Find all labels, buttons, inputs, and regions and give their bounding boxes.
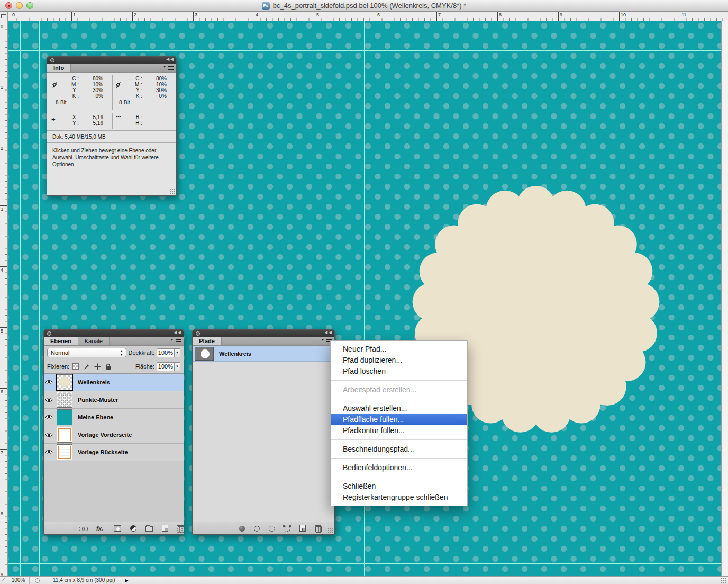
- zoom-level-field[interactable]: 100%: [7, 577, 30, 584]
- blend-mode-select[interactable]: Normal ▲▼: [47, 348, 126, 357]
- ruler-tick: 6: [376, 12, 376, 21]
- layer-row-wellenkreis[interactable]: Wellenkreis: [44, 374, 184, 391]
- stroke-path-icon[interactable]: [254, 526, 260, 532]
- guide-vertical-right-inner[interactable]: [689, 21, 689, 576]
- layer-row-vorlage-rueckseite[interactable]: Vorlage Rückseite: [44, 444, 184, 461]
- panel-resize-grip[interactable]: [177, 527, 183, 533]
- fill-path-icon[interactable]: [239, 526, 245, 532]
- menu-item-bedienfeldoptionen[interactable]: Bedienfeldoptionen...: [331, 462, 467, 473]
- guide-vertical-left-inner[interactable]: [39, 21, 40, 576]
- layer-row-meine-ebene[interactable]: Meine Ebene: [44, 409, 184, 426]
- guide-horizontal-bottom-outer[interactable]: [8, 563, 721, 564]
- close-window-button[interactable]: [5, 2, 12, 9]
- menu-item-beschneidungspfad[interactable]: Beschneidungspfad...: [331, 444, 467, 455]
- load-path-as-selection-icon[interactable]: [269, 526, 275, 532]
- chevron-down-icon[interactable]: ▼: [174, 349, 180, 357]
- panel-resize-grip[interactable]: [169, 188, 175, 194]
- tab-pfade[interactable]: Pfade: [193, 337, 222, 345]
- collapse-panel-icon[interactable]: ◄◄: [172, 329, 181, 335]
- ruler-tick: 4: [0, 266, 7, 267]
- paths-panel-header[interactable]: ◄◄: [193, 330, 334, 337]
- fill-field[interactable]: 100% ▼: [157, 362, 180, 371]
- add-layer-mask-icon[interactable]: [114, 525, 121, 532]
- link-layers-icon[interactable]: [79, 525, 87, 532]
- layers-empty-area[interactable]: [44, 461, 184, 523]
- layer-thumbnail[interactable]: [57, 427, 72, 443]
- chevron-down-icon[interactable]: ▼: [174, 363, 180, 371]
- left-ruler[interactable]: 0123456789: [0, 21, 8, 576]
- window-resize-grip[interactable]: [721, 577, 727, 583]
- layer-thumbnail[interactable]: [57, 392, 72, 408]
- guide-horizontal-top-inner[interactable]: [8, 50, 721, 51]
- status-icon-box[interactable]: [30, 577, 46, 584]
- layer-style-fx-icon[interactable]: fx.: [96, 525, 105, 532]
- new-path-icon[interactable]: [299, 525, 306, 532]
- panel-menu-icon[interactable]: [172, 339, 181, 344]
- lock-pixels-brush-icon[interactable]: [83, 363, 90, 370]
- layer-thumbnail[interactable]: [57, 409, 72, 425]
- guide-horizontal-top-outer[interactable]: [8, 31, 721, 31]
- guide-vertical-left-outer[interactable]: [20, 21, 21, 576]
- ruler-tick: 7: [436, 12, 437, 21]
- eyedropper-icon: [51, 82, 58, 89]
- tab-info[interactable]: Info: [47, 64, 71, 72]
- menu-item-pfadkontur-fuellen[interactable]: Pfadkontur füllen...: [331, 425, 467, 436]
- layer-row-punkte-muster[interactable]: Punkte-Muster: [44, 391, 184, 409]
- guide-vertical-right-outer[interactable]: [708, 21, 708, 576]
- ruler-tick: 7: [0, 449, 7, 450]
- zoom-window-button[interactable]: [26, 2, 33, 9]
- visibility-toggle[interactable]: [44, 391, 54, 408]
- opacity-field[interactable]: 100% ▼: [157, 348, 180, 357]
- layers-panel-header[interactable]: ◄◄: [44, 330, 184, 337]
- collapse-panel-icon[interactable]: ◄◄: [165, 56, 174, 62]
- tab-ebenen[interactable]: Ebenen: [44, 337, 78, 345]
- lock-transparency-icon[interactable]: [72, 363, 79, 370]
- new-group-icon[interactable]: [145, 526, 153, 532]
- visibility-toggle[interactable]: [44, 374, 54, 391]
- delete-path-icon[interactable]: [315, 525, 321, 532]
- menu-item-pfad-loeschen[interactable]: Pfad löschen: [331, 366, 467, 377]
- status-options-arrow[interactable]: ▶: [123, 577, 131, 584]
- menu-item-registerkartengruppe-schliessen[interactable]: Registerkartengruppe schließen: [331, 492, 467, 503]
- make-work-path-icon[interactable]: [284, 526, 290, 532]
- ruler-tick: 0: [0, 23, 7, 23]
- panel-close-icon[interactable]: [47, 331, 51, 336]
- collapse-panel-icon[interactable]: ◄◄: [323, 329, 332, 335]
- paths-panel: ◄◄ Pfade Wellenkreis: [192, 329, 335, 535]
- guide-vertical-shape-center[interactable]: [536, 21, 536, 576]
- layer-row-vorlage-vorderseite[interactable]: Vorlage Vorderseite: [44, 426, 184, 444]
- panel-resize-grip[interactable]: [327, 527, 333, 533]
- lock-all-icon[interactable]: [105, 363, 111, 370]
- menu-item-pfad-duplizieren[interactable]: Pfad duplizieren...: [331, 355, 467, 366]
- menu-item-pfadflaeche-fuellen[interactable]: Pfadfläche füllen...: [331, 414, 467, 425]
- visibility-toggle[interactable]: [44, 426, 54, 443]
- paths-tab-row: Pfade: [193, 337, 334, 346]
- ruler-origin-box[interactable]: [0, 12, 8, 21]
- menu-item-neuer-pfad[interactable]: Neuer Pfad...: [331, 344, 467, 355]
- eye-icon: [45, 432, 53, 437]
- menu-item-schliessen[interactable]: Schließen: [331, 481, 467, 492]
- paths-panel-footer: [193, 522, 334, 534]
- adjustment-layer-icon[interactable]: [130, 525, 136, 532]
- window-titlebar[interactable]: Ps bc_4s_portrait_sidefold.psd bei 100% …: [0, 0, 728, 12]
- ruler-tick: 1: [0, 84, 7, 84]
- panel-menu-icon[interactable]: [165, 66, 174, 71]
- info-panel-header[interactable]: ◄◄: [47, 57, 176, 64]
- minimize-window-button[interactable]: [16, 2, 23, 9]
- path-thumbnail[interactable]: [195, 347, 214, 361]
- panel-close-icon[interactable]: [196, 331, 200, 336]
- visibility-toggle[interactable]: [44, 444, 54, 461]
- new-layer-icon[interactable]: [162, 525, 168, 532]
- menu-item-auswahl-erstellen[interactable]: Auswahl erstellen...: [331, 403, 467, 414]
- tab-kanaele[interactable]: Kanäle: [78, 337, 110, 345]
- path-row-wellenkreis[interactable]: Wellenkreis: [193, 346, 334, 362]
- layer-thumbnail[interactable]: [57, 374, 72, 390]
- guide-horizontal-bottom-inner[interactable]: [8, 546, 721, 546]
- visibility-toggle[interactable]: [44, 409, 54, 426]
- top-ruler[interactable]: 01234567891011: [8, 12, 728, 21]
- panel-close-icon[interactable]: [50, 58, 54, 62]
- paths-list[interactable]: Wellenkreis: [193, 346, 334, 522]
- vertical-scrollbar[interactable]: [721, 21, 728, 576]
- lock-position-move-icon[interactable]: [94, 363, 101, 370]
- layer-thumbnail[interactable]: [57, 444, 72, 460]
